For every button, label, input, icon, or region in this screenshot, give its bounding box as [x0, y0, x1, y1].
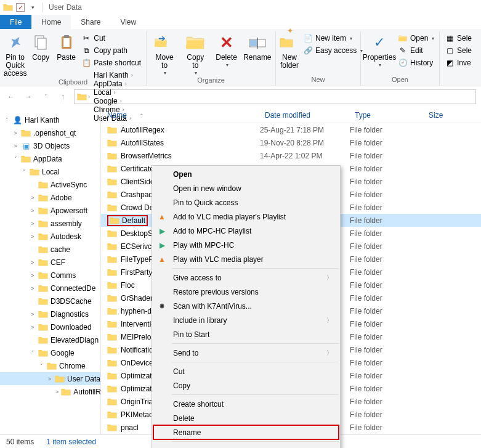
tree-item[interactable]: >Downloaded: [0, 320, 100, 333]
tree-item[interactable]: ElevatedDiagn: [0, 333, 100, 346]
context-menu-item[interactable]: Give access to〉: [153, 271, 339, 285]
select-none-button[interactable]: ▢Sele: [443, 45, 473, 56]
invert-selection-button[interactable]: ◩Inve: [443, 57, 473, 68]
new-item-button[interactable]: 📄New item▾: [302, 33, 364, 44]
expand-icon[interactable]: >: [30, 195, 36, 201]
rename-button[interactable]: Rename: [243, 31, 272, 62]
edit-button[interactable]: ✎Edit: [397, 45, 435, 56]
tree-item[interactable]: >.openshot_qt: [0, 126, 100, 139]
col-date[interactable]: Date modified: [260, 111, 350, 120]
history-button[interactable]: 🕘History: [397, 57, 435, 68]
expand-icon[interactable]: >: [30, 324, 36, 330]
nav-recent-button[interactable]: ˅: [39, 91, 52, 103]
copy-path-button[interactable]: ⧉Copy path: [80, 45, 142, 56]
expand-icon[interactable]: ˅: [38, 363, 44, 369]
open-button[interactable]: Open▾: [397, 33, 435, 44]
expand-icon[interactable]: >: [55, 389, 59, 395]
tree-item[interactable]: ˅Local: [0, 165, 100, 178]
breadcrumb[interactable]: › Hari Kanth›AppData›Local›Google›Chrome…: [74, 89, 476, 104]
expand-icon[interactable]: ˅: [21, 169, 27, 175]
context-menu-item[interactable]: ▶Play with MPC-HC: [153, 238, 339, 252]
context-menu-item[interactable]: ▲Add to VLC media player's Playlist: [153, 210, 339, 224]
tree-item[interactable]: >Adobe: [0, 191, 100, 204]
tree-item[interactable]: >▣3D Objects: [0, 139, 100, 152]
context-menu-item[interactable]: Cut: [153, 364, 339, 378]
context-menu-item[interactable]: Properties: [153, 444, 339, 448]
col-type[interactable]: Type: [350, 111, 424, 120]
col-name[interactable]: Name⌃: [101, 111, 260, 120]
tab-view[interactable]: View: [110, 15, 146, 29]
expand-icon[interactable]: >: [30, 221, 36, 227]
tree-item[interactable]: ˅👤Hari Kanth: [0, 113, 100, 126]
expand-icon[interactable]: >: [12, 130, 18, 136]
expand-icon[interactable]: ˅: [12, 156, 18, 162]
tree-item[interactable]: >Diagnostics: [0, 307, 100, 320]
pin-quick-access-button[interactable]: Pin to Quick access: [4, 31, 26, 78]
qa-dropdown-icon[interactable]: ▾: [27, 2, 38, 13]
context-menu-item[interactable]: Rename: [153, 425, 339, 439]
tree-item[interactable]: D3DSCache: [0, 295, 100, 307]
context-menu-item[interactable]: ▶Add to MPC-HC Playlist: [153, 224, 339, 238]
tree-item[interactable]: >CEF: [0, 256, 100, 269]
context-menu-item[interactable]: Include in library〉: [153, 313, 339, 327]
tab-share[interactable]: Share: [71, 15, 110, 29]
nav-forward-button[interactable]: →: [22, 91, 34, 103]
list-item[interactable]: AutofillStates19-Nov-20 8:28 PMFile fold…: [101, 136, 481, 149]
tree-item[interactable]: >assembly: [0, 217, 100, 230]
expand-icon[interactable]: >: [12, 143, 18, 149]
tree-item[interactable]: ˅AppData: [0, 152, 100, 165]
tree-item[interactable]: >Apowersoft: [0, 204, 100, 217]
col-size[interactable]: Size: [424, 111, 481, 120]
expand-icon[interactable]: >: [30, 285, 36, 291]
column-headers[interactable]: Name⌃ Date modified Type Size: [101, 107, 481, 123]
select-all-button[interactable]: ▦Sele: [443, 33, 473, 44]
move-to-button[interactable]: ➔Move to▾: [150, 31, 179, 76]
breadcrumb-segment[interactable]: AppData›: [91, 79, 135, 88]
paste-button[interactable]: Paste: [55, 31, 78, 62]
context-menu-item[interactable]: Send to〉: [153, 346, 339, 360]
delete-button[interactable]: ✕Delete▾: [212, 31, 241, 68]
breadcrumb-segment[interactable]: Local›: [91, 88, 135, 97]
expand-icon[interactable]: >: [30, 259, 36, 266]
tree-item[interactable]: >ConnectedDe: [0, 282, 100, 295]
context-menu-item[interactable]: Copy: [153, 378, 339, 393]
expand-icon[interactable]: >: [30, 311, 36, 317]
expand-icon[interactable]: ˅: [30, 350, 36, 356]
copy-button[interactable]: Copy: [29, 31, 52, 62]
paste-shortcut-button[interactable]: 📋Paste shortcut: [80, 57, 142, 68]
breadcrumb-segment[interactable]: Google›: [91, 97, 135, 105]
cut-button[interactable]: ✂Cut: [80, 33, 142, 44]
expand-icon[interactable]: ˅: [4, 117, 10, 123]
context-menu-item[interactable]: ✸Scan with K7AntiVirus...: [153, 299, 339, 313]
nav-tree[interactable]: ˅👤Hari Kanth>.openshot_qt>▣3D Objects˅Ap…: [0, 107, 101, 434]
tab-file[interactable]: File: [0, 15, 31, 29]
easy-access-button[interactable]: 🔗Easy access▾: [302, 45, 364, 56]
tree-item[interactable]: ˅Chrome: [0, 359, 100, 372]
tree-item[interactable]: >Autodesk: [0, 230, 100, 243]
properties-button[interactable]: ✓Properties▾: [365, 31, 394, 68]
expand-icon[interactable]: >: [47, 376, 52, 382]
tree-item[interactable]: ActiveSync: [0, 178, 100, 191]
expand-icon[interactable]: >: [30, 272, 36, 279]
context-menu-item[interactable]: Restore previous versions: [153, 285, 339, 299]
qa-checkbox-icon[interactable]: ✓: [16, 3, 25, 12]
context-menu-item[interactable]: Create shortcut: [153, 397, 339, 411]
tab-home[interactable]: Home: [31, 15, 71, 29]
list-item[interactable]: BrowserMetrics14-Apr-22 1:02 PMFile fold…: [101, 149, 481, 162]
nav-up-button[interactable]: ↑: [57, 91, 69, 103]
new-folder-button[interactable]: ✦New folder: [280, 31, 299, 70]
copy-to-button[interactable]: Copy to▾: [181, 31, 209, 76]
breadcrumb-segment[interactable]: Hari Kanth›: [91, 71, 135, 79]
context-menu-item[interactable]: Open in new window: [153, 181, 339, 195]
tree-item[interactable]: >User Data: [0, 372, 100, 385]
nav-back-button[interactable]: ←: [5, 91, 17, 103]
tree-item[interactable]: cache: [0, 243, 100, 256]
context-menu-item[interactable]: ▲Play with VLC media player: [153, 252, 339, 266]
expand-icon[interactable]: >: [30, 208, 36, 214]
tree-item[interactable]: ˅Google: [0, 346, 100, 359]
expand-icon[interactable]: >: [30, 234, 36, 240]
tree-item[interactable]: >AutofillR: [0, 385, 100, 398]
context-menu-item[interactable]: Pin to Start: [153, 327, 339, 341]
context-menu-item[interactable]: Delete: [153, 411, 339, 425]
context-menu-item[interactable]: Pin to Quick access: [153, 195, 339, 210]
